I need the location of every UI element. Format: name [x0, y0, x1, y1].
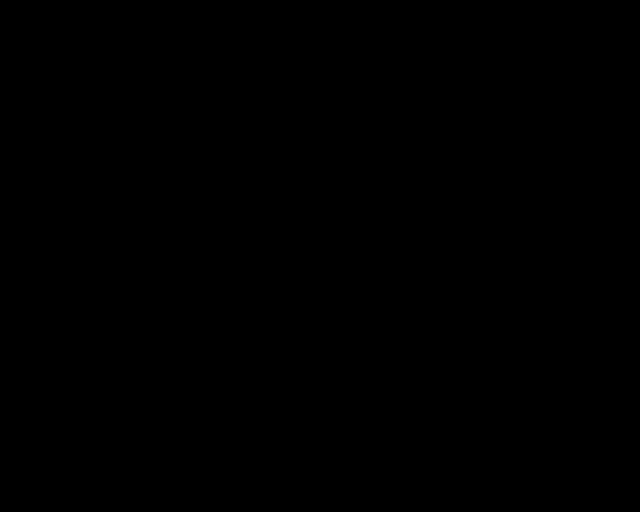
plot-canvas — [0, 0, 640, 512]
ace-rtsw-plot-page — [0, 0, 640, 512]
